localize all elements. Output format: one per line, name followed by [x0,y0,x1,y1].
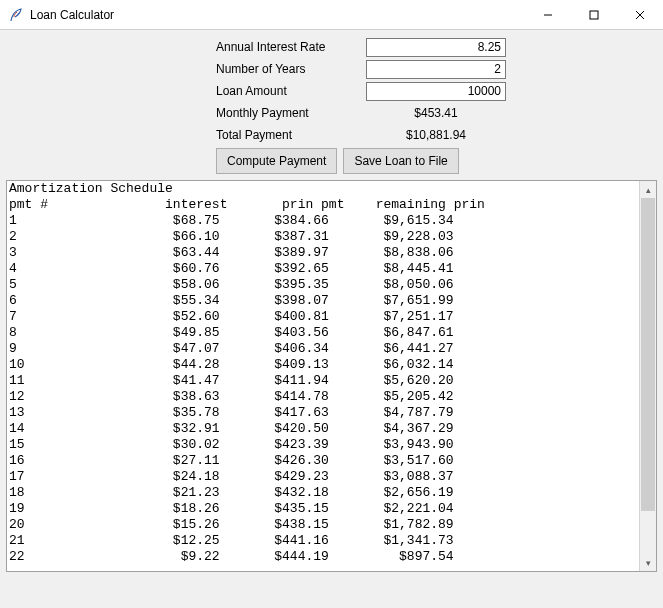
window-title: Loan Calculator [30,8,114,22]
input-loan-amount[interactable] [366,82,506,101]
client-area: Annual Interest Rate Number of Years Loa… [0,30,663,608]
label-loan-amount: Loan Amount [216,84,366,98]
scroll-down-arrow-icon[interactable]: ▾ [640,554,656,571]
input-annual-rate[interactable] [366,38,506,57]
maximize-button[interactable] [571,0,617,30]
scroll-track[interactable] [640,198,656,554]
label-years: Number of Years [216,62,366,76]
compute-payment-button[interactable]: Compute Payment [216,148,337,174]
value-monthly-payment: $453.41 [366,106,506,120]
minimize-button[interactable] [525,0,571,30]
scrollbar-vertical[interactable]: ▴ ▾ [639,181,656,571]
svg-rect-1 [590,11,598,19]
value-total-payment: $10,881.94 [366,128,506,142]
amortization-schedule[interactable]: Amortization Schedule pmt # interest pri… [7,181,656,571]
input-form: Annual Interest Rate Number of Years Loa… [216,36,556,174]
schedule-container: Amortization Schedule pmt # interest pri… [6,180,657,572]
label-monthly-payment: Monthly Payment [216,106,366,120]
app-icon [8,7,24,23]
titlebar[interactable]: Loan Calculator [0,0,663,30]
label-annual-rate: Annual Interest Rate [216,40,366,54]
scroll-up-arrow-icon[interactable]: ▴ [640,181,656,198]
save-loan-button[interactable]: Save Loan to File [343,148,458,174]
scroll-thumb[interactable] [641,198,655,511]
close-button[interactable] [617,0,663,30]
input-years[interactable] [366,60,506,79]
label-total-payment: Total Payment [216,128,366,142]
